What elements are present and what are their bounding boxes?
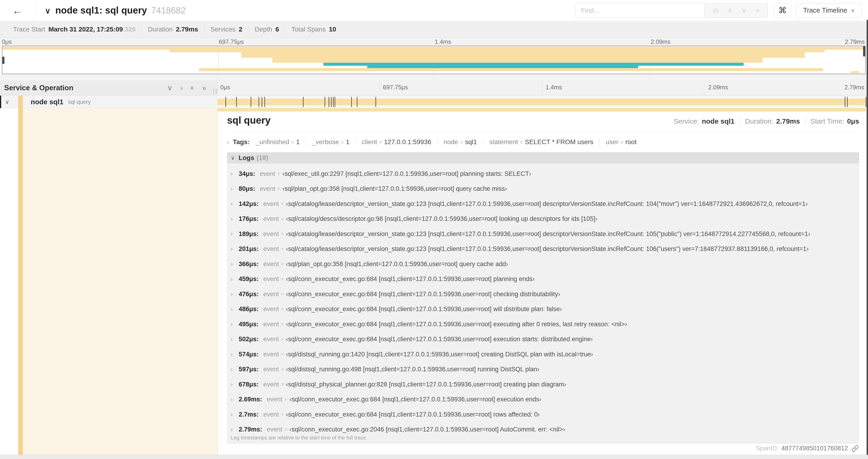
log-row[interactable]: ›495μs:event=‹sql/conn_executor_exec.go:… xyxy=(231,317,859,332)
span-name-cell[interactable]: ∨ node sql1 sql query xyxy=(0,96,217,108)
span-row[interactable]: ∨ node sql1 sql query xyxy=(0,96,868,108)
tags-label: Tags: xyxy=(233,138,250,146)
tags-expand-chevron-icon[interactable]: › xyxy=(227,138,229,146)
service-operation-title: Service & Operation xyxy=(4,84,73,92)
collapse-one-icon[interactable]: ∨ xyxy=(167,85,173,91)
detail-row-background xyxy=(23,108,217,455)
prev-result-icon[interactable]: ∧ xyxy=(727,6,733,14)
minimap-ruler-label: 2.79ms xyxy=(845,38,865,45)
log-expand-chevron-icon[interactable]: › xyxy=(231,186,239,192)
log-row[interactable]: ›486μs:event=‹sql/conn_executor_exec.go:… xyxy=(231,302,859,317)
minimap-span-bar xyxy=(367,66,638,68)
trace-summary-bar: Trace StartMarch 31 2022, 17:25:09.326Du… xyxy=(0,21,868,38)
log-expand-chevron-icon[interactable]: › xyxy=(231,216,239,222)
row-left-rail xyxy=(0,96,1,108)
log-tick xyxy=(351,97,352,107)
log-row[interactable]: ›189μs:event=‹sql/catalog/lease/descript… xyxy=(231,226,859,242)
span-operation-name: sql query xyxy=(68,99,91,105)
collapse-children-chevron-icon[interactable]: ∨ xyxy=(5,99,9,105)
collapse-all-icon[interactable]: » xyxy=(189,86,196,90)
log-row[interactable]: ›502μs:event=‹sql/conn_executor_exec.go:… xyxy=(231,332,859,347)
expand-one-icon[interactable]: › xyxy=(180,85,183,91)
trace-view-selector[interactable]: Trace Timeline ∨ xyxy=(796,3,862,18)
minimap-span-bar xyxy=(272,58,762,63)
back-arrow-icon: ← xyxy=(12,5,23,16)
log-row[interactable]: ›678μs:event=‹sql/distsql_physical_plann… xyxy=(231,377,859,392)
log-expand-chevron-icon[interactable]: › xyxy=(231,351,239,358)
log-row[interactable]: ›176μs:event=‹sql/catalog/descs/descript… xyxy=(231,211,859,227)
service-color-accent xyxy=(18,96,23,108)
minimap-span-bar xyxy=(169,50,825,52)
log-expand-chevron-icon[interactable]: › xyxy=(231,170,239,177)
timeline-column-header: Service & Operation ∨›»» 0μs697.75μs1.4m… xyxy=(0,80,868,95)
log-expand-chevron-icon[interactable]: › xyxy=(231,201,239,207)
log-row[interactable]: ›80μs:event=‹sql/plan_opt.go:358 [nsql1,… xyxy=(231,182,859,197)
column-resize-handle[interactable] xyxy=(213,89,217,94)
trace-title: node sql1: sql query xyxy=(55,5,147,15)
detail-meta-item: Start Time:0μs xyxy=(805,117,859,125)
minimap-right-scrubber[interactable] xyxy=(863,46,865,57)
log-row[interactable]: ›476μs:event=‹sql/conn_executor_exec.go:… xyxy=(231,287,859,302)
log-expand-chevron-icon[interactable]: › xyxy=(231,396,239,403)
span-id-row: SpanID: 4877749850101760812 xyxy=(756,442,859,455)
timeline-ruler-label: 1.4ms xyxy=(546,84,562,91)
log-expand-chevron-icon[interactable]: › xyxy=(231,276,239,283)
log-row[interactable]: ›2.7ms:event=‹sql/conn_executor_exec.go:… xyxy=(231,407,859,422)
log-expand-chevron-icon[interactable]: › xyxy=(231,336,239,342)
locate-icon[interactable]: ◎ xyxy=(713,6,719,14)
collapser-controls: ∨›»» xyxy=(167,85,213,91)
log-row[interactable]: ›459μs:event=‹sql/conn_executor_exec.go:… xyxy=(231,272,859,287)
log-expand-chevron-icon[interactable]: › xyxy=(231,321,239,327)
log-row[interactable]: ›366μs:event=‹sql/plan_opt.go:358 [nsql1… xyxy=(231,257,859,272)
tags-row[interactable]: › Tags: _unfinished=1_verbose=1client=12… xyxy=(227,138,859,146)
logs-header[interactable]: ∨ Logs (18) xyxy=(227,152,859,163)
log-tick xyxy=(329,97,329,107)
tag-pair: node=sql1 xyxy=(437,138,483,146)
log-row[interactable]: ›2.69ms:event=‹sql/conn_executor_exec.go… xyxy=(231,392,859,407)
timeline-ruler-label: 2.79ms xyxy=(844,84,864,91)
back-button[interactable]: ← xyxy=(0,0,35,21)
log-expand-chevron-icon[interactable]: › xyxy=(231,381,239,388)
right-scrollbar[interactable] xyxy=(867,20,868,455)
log-row[interactable]: ›201μs:event=‹sql/catalog/lease/descript… xyxy=(231,242,859,257)
log-expand-chevron-icon[interactable]: › xyxy=(231,291,239,297)
collapse-trace-chevron-icon[interactable]: ∨ xyxy=(45,6,51,15)
find-group: ◎∧∨× xyxy=(575,3,768,18)
log-tick xyxy=(303,97,304,107)
next-result-icon[interactable]: ∨ xyxy=(742,6,747,14)
span-bar-cell[interactable] xyxy=(217,96,868,108)
bottom-scroll-strip[interactable] xyxy=(0,455,868,459)
tag-pair: user=root xyxy=(599,138,643,146)
link-icon[interactable] xyxy=(852,445,859,452)
logs-note: Log timestamps are relative to the start… xyxy=(231,435,367,441)
log-expand-chevron-icon[interactable]: › xyxy=(231,426,239,433)
log-tick xyxy=(847,97,848,107)
log-row[interactable]: ›34μs:event=‹sql/exec_util.go:2297 [nsql… xyxy=(231,166,859,182)
span-duration-bar[interactable] xyxy=(217,99,866,105)
log-expand-chevron-icon[interactable]: › xyxy=(231,231,239,237)
log-row[interactable]: ›574μs:event=‹sql/distsql_running.go:142… xyxy=(231,347,859,362)
clear-search-icon[interactable]: × xyxy=(755,6,760,14)
log-expand-chevron-icon[interactable]: › xyxy=(231,246,239,252)
keyboard-shortcuts-button[interactable]: ⌘ xyxy=(774,3,791,18)
trace-minimap[interactable] xyxy=(2,46,866,74)
log-expand-chevron-icon[interactable]: › xyxy=(231,306,239,313)
minimap-ruler-label: 697.75μs xyxy=(219,38,244,45)
log-tick xyxy=(236,97,237,107)
service-operation-header: Service & Operation ∨›»» xyxy=(0,80,217,95)
detail-span-bar xyxy=(217,108,866,111)
log-expand-chevron-icon[interactable]: › xyxy=(231,261,239,267)
log-expand-chevron-icon[interactable]: › xyxy=(231,366,239,373)
find-input[interactable] xyxy=(575,3,705,18)
minimap-left-scrubber[interactable] xyxy=(2,57,4,64)
summary-item: Services2 xyxy=(204,26,248,33)
minimap-ruler-label: 0μs xyxy=(2,38,12,45)
log-expand-chevron-icon[interactable]: › xyxy=(231,411,239,418)
log-row[interactable]: ›142μs:event=‹sql/catalog/lease/descript… xyxy=(231,196,859,211)
span-service-name: node sql1 xyxy=(31,98,63,106)
log-row[interactable]: ›597μs:event=‹sql/distsql_running.go:498… xyxy=(231,362,859,377)
minimap-span-bar xyxy=(2,47,865,50)
log-tick xyxy=(866,97,866,107)
trace-title-wrap: ∨ node sql1: sql query 7418682 xyxy=(45,5,186,15)
expand-all-icon[interactable]: » xyxy=(202,85,206,91)
